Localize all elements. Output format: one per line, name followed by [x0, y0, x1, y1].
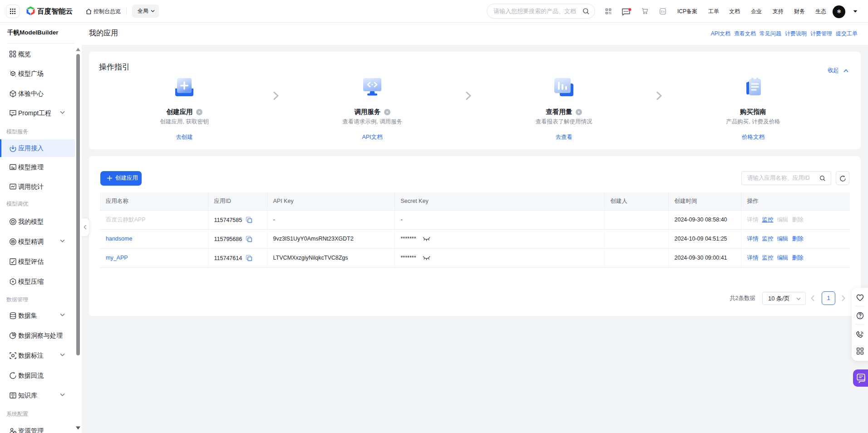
svg-text:En: En: [661, 10, 665, 14]
